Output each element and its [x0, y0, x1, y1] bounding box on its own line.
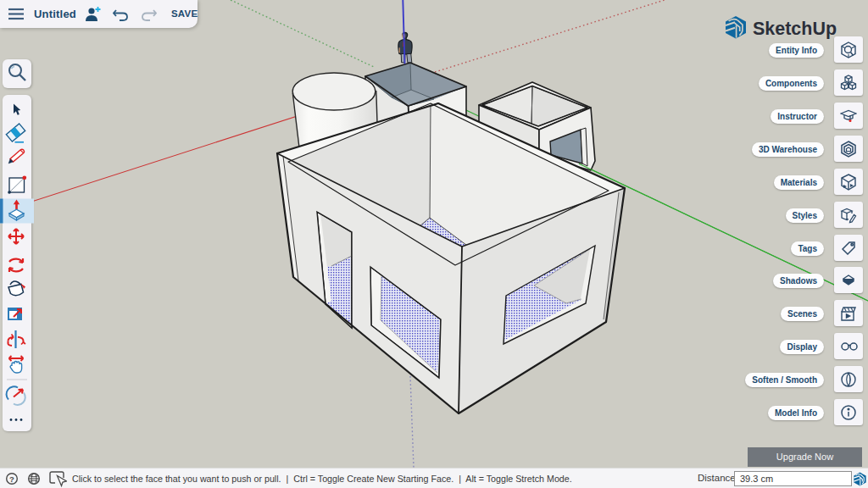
- svg-text:SketchUp: SketchUp: [753, 18, 837, 39]
- svg-text:?: ?: [9, 474, 14, 484]
